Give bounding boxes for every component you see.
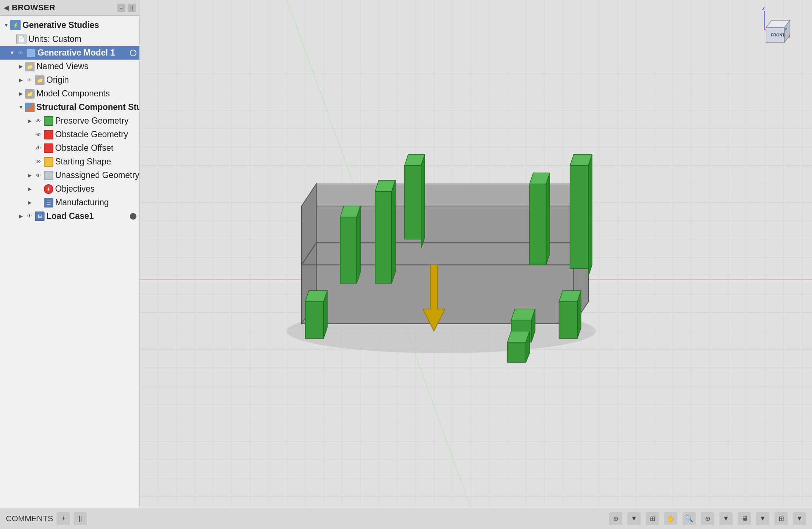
label-model-comp: Model Components (36, 89, 110, 99)
label-manufacturing: Manufacturing (55, 198, 109, 207)
svg-rect-80 (340, 217, 357, 283)
tree-item-units[interactable]: Units: Custom (0, 32, 139, 46)
tree-arrow-model-comp[interactable] (18, 90, 24, 97)
tree-area: Generative Studies Units: Custom Generat… (0, 16, 139, 508)
sidebar-header: ◀ BROWSER – || (0, 0, 139, 16)
label-structural-study: Structural Component Study 1 (36, 102, 139, 112)
tree-arrow-origin[interactable] (18, 77, 24, 84)
sidebar-minimize-btn[interactable]: – (117, 4, 125, 12)
zoom-dropdown[interactable]: ▼ (719, 512, 733, 525)
display-mode-dropdown[interactable]: ▼ (756, 512, 769, 525)
navigation-cube[interactable]: Z X FRONT R (757, 7, 801, 52)
svg-marker-82 (357, 206, 360, 283)
sidebar-title: BROWSER (12, 3, 55, 13)
tree-arrow-objectives[interactable] (26, 186, 33, 192)
comments-panel-btn[interactable]: || (74, 512, 87, 525)
label-load-case: Load Case1 (46, 211, 128, 221)
view-options-dropdown[interactable]: ▼ (793, 512, 806, 525)
label-gen-model: Generative Model 1 (38, 48, 128, 58)
tree-eye-obstacle-geo[interactable] (34, 130, 43, 139)
label-units: Units: Custom (28, 34, 81, 44)
pan-tool-btn[interactable]: ✋ (664, 512, 677, 525)
tree-eye-starting[interactable] (34, 157, 43, 166)
icon-obstacle-offset (44, 143, 53, 153)
transform-tool-dropdown[interactable]: ▼ (627, 512, 641, 525)
label-origin: Origin (46, 75, 69, 85)
tree-arrow-obstacle-off (26, 145, 33, 152)
icon-origin: 📁 (35, 75, 44, 85)
grid-snap-btn[interactable]: ⊞ (646, 512, 659, 525)
tree-eye-objectives (34, 185, 43, 194)
tree-arrow-obstacle-geo (26, 131, 33, 138)
tree-item-obstacle-offset[interactable]: Obstacle Offset (0, 141, 139, 155)
icon-preserve (44, 116, 53, 126)
view-options-btn[interactable]: ⊞ (774, 512, 788, 525)
tree-item-obstacle-geometry[interactable]: Obstacle Geometry (0, 128, 139, 141)
tree-item-manufacturing[interactable]: ☰ Manufacturing (0, 196, 139, 209)
zoom-fit-btn[interactable]: ⊕ (701, 512, 714, 525)
tree-item-starting-shape[interactable]: Starting Shape (0, 155, 139, 168)
svg-marker-96 (511, 309, 535, 320)
tree-eye-origin[interactable]: 👁 (25, 76, 34, 85)
icon-manufacturing: ☰ (44, 198, 53, 207)
svg-marker-94 (588, 155, 592, 276)
tree-item-preserve-geometry[interactable]: Preserve Geometry (0, 114, 139, 128)
tree-item-origin[interactable]: 👁 📁 Origin (0, 73, 139, 87)
icon-model-comp: 📁 (25, 89, 35, 99)
tree-arrow-manufacturing[interactable] (26, 199, 33, 206)
tree-item-unassigned-geometry[interactable]: Unassigned Geometry (0, 168, 139, 182)
tree-eye-gen-model[interactable] (16, 49, 25, 57)
icon-unassigned-geometry (44, 171, 53, 180)
icon-radio-load-case (130, 213, 136, 220)
icon-radio-gen-model (130, 50, 136, 56)
tree-eye-preserve[interactable] (34, 117, 43, 125)
tree-arrow-structural-study[interactable] (18, 104, 24, 111)
tree-item-generative-model-1[interactable]: Generative Model 1 (0, 46, 139, 60)
tree-item-structural-study[interactable]: Structural Component Study 1 (0, 100, 139, 114)
tree-item-generative-studies[interactable]: Generative Studies (0, 18, 139, 32)
tree-arrow-unassigned[interactable] (26, 172, 33, 179)
icon-named-views: 📁 (25, 62, 35, 71)
svg-rect-74 (305, 302, 324, 338)
sidebar-panel-btn[interactable]: || (128, 4, 136, 12)
nav-cube-svg: Z X FRONT R (757, 7, 801, 52)
sidebar-collapse-icon[interactable]: ◀ (4, 4, 9, 12)
svg-marker-85 (392, 180, 395, 283)
zoom-btn[interactable]: 🔍 (683, 512, 696, 525)
icon-obstacle-geometry (44, 130, 53, 139)
label-obstacle-geometry: Obstacle Geometry (55, 129, 128, 139)
icon-gen-model (26, 48, 36, 58)
tree-item-objectives[interactable]: + Objectives (0, 182, 139, 196)
svg-marker-88 (421, 155, 425, 248)
viewport[interactable]: Z X FRONT R (140, 0, 812, 508)
label-objectives: Objectives (55, 184, 95, 194)
icon-starting-shape (44, 157, 53, 167)
tree-eye-unassigned[interactable] (34, 171, 43, 180)
icon-units (16, 34, 26, 44)
transform-tool-btn[interactable]: ⊕ (609, 512, 622, 525)
comments-add-btn[interactable]: + (57, 512, 70, 525)
icon-objectives: + (44, 184, 53, 194)
icon-generative-studies (10, 20, 21, 30)
tree-arrow-starting (26, 159, 33, 165)
tree-eye-load-case[interactable] (25, 212, 34, 221)
tree-arrow-units (9, 36, 15, 42)
tree-eye-obstacle-off[interactable] (34, 144, 43, 153)
tree-arrow-preserve[interactable] (26, 118, 33, 124)
tree-arrow-generative-studies[interactable] (3, 22, 10, 28)
icon-structural-study (25, 103, 35, 112)
display-mode-btn[interactable]: 🖥 (738, 512, 751, 525)
bottom-bar: COMMENTS + || ⊕ ▼ ⊞ ✋ 🔍 ⊕ ▼ 🖥 ▼ ⊞ ▼ (0, 508, 812, 529)
tree-item-load-case1[interactable]: ⊞ Load Case1 (0, 209, 139, 223)
tree-arrow-named-views[interactable] (18, 63, 24, 70)
tree-item-model-components[interactable]: 📁 Model Components (0, 87, 139, 100)
tree-eye-manufacturing (34, 198, 43, 207)
svg-marker-91 (546, 173, 550, 265)
svg-text:Z: Z (762, 7, 765, 11)
tree-arrow-load-case[interactable] (18, 213, 24, 220)
svg-rect-92 (570, 166, 588, 269)
icon-load-case: ⊞ (35, 212, 44, 221)
main-area: ◀ BROWSER – || Generative Studies Units:… (0, 0, 812, 508)
tree-arrow-gen-model[interactable] (9, 50, 15, 56)
tree-item-named-views[interactable]: 📁 Named Views (0, 60, 139, 73)
